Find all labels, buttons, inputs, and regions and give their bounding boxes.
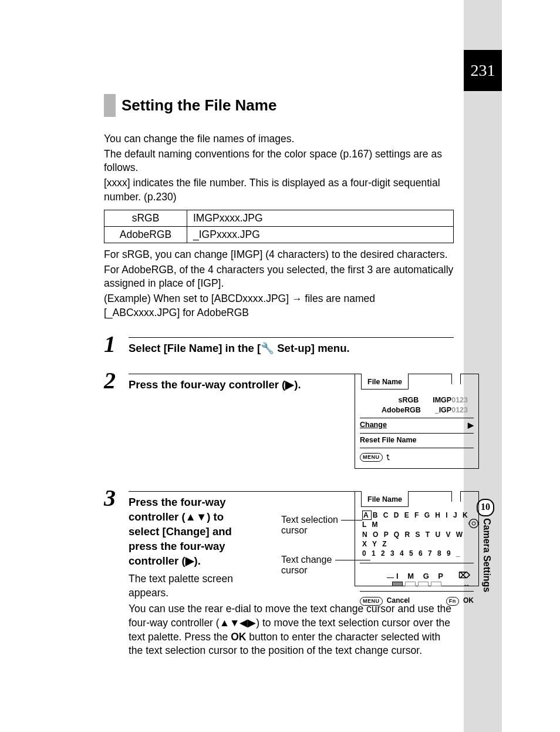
panel-title: File Name bbox=[361, 491, 409, 507]
ok-button-text: OK bbox=[231, 631, 246, 643]
panel-tab bbox=[451, 374, 461, 384]
svg-point-0 bbox=[470, 519, 478, 528]
cell-adobergb-value: _IGPxxxx.JPG bbox=[187, 227, 454, 243]
intro-p2: The default naming conventions for the c… bbox=[104, 147, 454, 175]
dial-icon bbox=[468, 518, 480, 532]
cancel-label: Cancel bbox=[387, 596, 410, 605]
svg-point-1 bbox=[472, 522, 475, 525]
palette-line2: N O P Q R S T U V W X Y Z bbox=[362, 530, 471, 549]
intro-p3: [xxxx] indicates the file number. This i… bbox=[104, 176, 454, 204]
back-icon: ⤴ bbox=[386, 454, 390, 462]
fn-button-icon: Fn bbox=[446, 597, 459, 606]
step3-body: The text palette screen appears. bbox=[129, 572, 246, 600]
menu-button-icon: MENU bbox=[360, 597, 383, 606]
chapter-number: 10 bbox=[477, 499, 494, 516]
panel-srgb-label: sRGB bbox=[399, 396, 419, 404]
panel-reset: Reset File Name bbox=[355, 436, 478, 444]
after-p2: For AdobeRGB, of the 4 characters you se… bbox=[104, 263, 454, 291]
left-right-arrow-icon: ↔ bbox=[463, 581, 474, 589]
lcd-panel-textpalette: File Name AB C D E F G H I J K L M N O P… bbox=[355, 491, 479, 586]
lcd-panel-filename: File Name sRGB IMGP0123 AdobeRGB _IGP012… bbox=[355, 374, 479, 469]
after-p3: (Example) When set to [ABCDxxxx.JPG] → f… bbox=[104, 292, 454, 320]
panel-adobergb-label: AdobeRGB bbox=[382, 406, 421, 414]
step1-title-a: Select [File Name] in the [ bbox=[129, 342, 261, 354]
table-row: AdobeRGB _IGPxxxx.JPG bbox=[104, 227, 454, 243]
callout-text-selection: Text selectioncursor bbox=[281, 515, 338, 536]
step-number: 3 bbox=[104, 484, 116, 512]
delete-icon: ⌦ bbox=[458, 570, 474, 580]
cell-srgb-label: sRGB bbox=[104, 210, 187, 227]
panel-title: File Name bbox=[361, 374, 409, 389]
filename-table: sRGB IMGPxxxx.JPG AdobeRGB _IGPxxxx.JPG bbox=[104, 210, 454, 243]
palette-line3: 0 1 2 3 4 5 6 7 8 9 _ bbox=[362, 549, 471, 558]
step-3: 3 Press the four-way controller (▲▼) to … bbox=[104, 491, 454, 600]
ok-label: OK bbox=[463, 596, 474, 605]
after-p3a: (Example) When set to [ABCDxxxx.JPG] bbox=[104, 293, 292, 304]
panel-tab bbox=[451, 491, 461, 502]
step-2: 2 Press the four-way controller (▶). Fil… bbox=[104, 374, 454, 474]
intro-p1: You can change the file names of images. bbox=[104, 132, 454, 146]
table-row: sRGB IMGPxxxx.JPG bbox=[104, 210, 454, 227]
chapter-label: Camera Settings bbox=[481, 518, 492, 592]
wrench-icon: 🔧 bbox=[261, 342, 274, 354]
after-table-block: For sRGB, you can change [IMGP] (4 chara… bbox=[104, 248, 454, 320]
step-number: 2 bbox=[104, 367, 116, 394]
section-heading: Setting the File Name bbox=[104, 94, 454, 117]
right-arrow-icon: → bbox=[292, 293, 302, 304]
entry-chars: I M G P bbox=[396, 572, 447, 580]
text-palette: AB C D E F G H I J K L M N O P Q R S T U… bbox=[355, 507, 478, 559]
cell-srgb-value: IMGPxxxx.JPG bbox=[187, 210, 454, 227]
step-number: 1 bbox=[104, 330, 116, 358]
panel-srgb-value: IMGP0123 bbox=[433, 396, 468, 404]
palette-line1: B C D E F G H I J K L M bbox=[362, 511, 470, 529]
callout-text-change: Text changecursor bbox=[281, 555, 332, 576]
entry-field: I M G P ⌦ ↔ bbox=[355, 572, 478, 586]
intro-block: You can change the file names of images.… bbox=[104, 132, 454, 204]
panel-adobergb-value: _IGP0123 bbox=[435, 406, 468, 414]
selected-char: A bbox=[362, 511, 372, 520]
step-1: 1 Select [File Name] in the [🔧 Set-up] m… bbox=[104, 337, 454, 356]
cell-adobergb-label: AdobeRGB bbox=[104, 227, 187, 243]
section-title: Setting the File Name bbox=[116, 94, 282, 117]
panel-change: Change bbox=[360, 421, 387, 429]
chevron-right-icon: ▶ bbox=[468, 421, 474, 429]
step1-title: Select [File Name] in the [🔧 Set-up] men… bbox=[129, 341, 454, 356]
step1-title-b: Set-up] menu. bbox=[274, 342, 349, 354]
after-p1: For sRGB, you can change [IMGP] (4 chara… bbox=[104, 248, 454, 262]
tail-paragraph: You can use the rear e-dial to move the … bbox=[129, 602, 454, 658]
step3-title: Press the four-way controller (▲▼) to se… bbox=[129, 495, 246, 569]
menu-button-icon: MENU bbox=[360, 453, 383, 462]
page-number-box: 231 bbox=[464, 50, 502, 91]
step2-title: Press the four-way controller (▶). bbox=[129, 378, 305, 392]
side-grey-column bbox=[464, 0, 502, 732]
